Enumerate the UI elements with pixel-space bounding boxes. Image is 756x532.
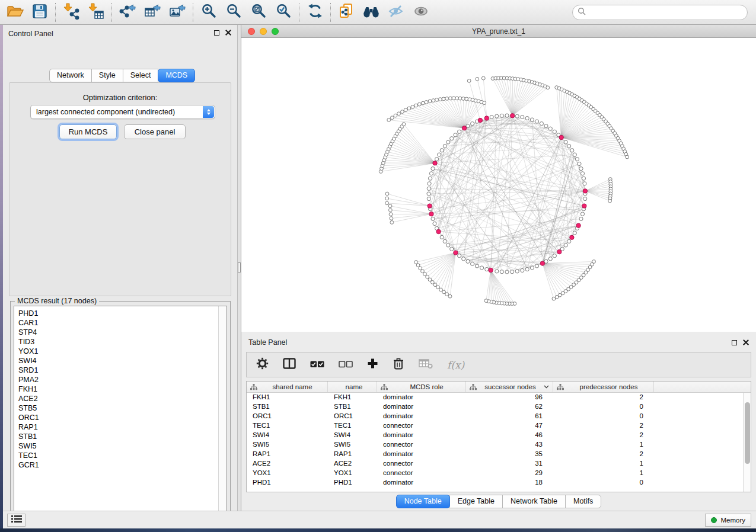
zoom-selected-button[interactable] xyxy=(271,2,296,23)
mcds-result-item[interactable]: STB5 xyxy=(18,403,227,413)
save-session-button[interactable] xyxy=(27,2,52,23)
mcds-result-item[interactable]: ACE2 xyxy=(18,394,227,403)
table-row[interactable]: SWI5SWI5connector431 xyxy=(247,440,751,450)
tab-network[interactable]: Network xyxy=(49,69,92,82)
mcds-result-item[interactable]: STB1 xyxy=(18,432,227,441)
clone-network-button[interactable] xyxy=(334,2,359,23)
network-canvas[interactable] xyxy=(241,38,756,331)
search-input[interactable] xyxy=(586,7,742,18)
mcds-result-item[interactable]: SWI5 xyxy=(18,441,227,451)
tab-motifs[interactable]: Motifs xyxy=(565,495,601,508)
zoom-fit-button[interactable] xyxy=(246,2,271,23)
float-panel-icon[interactable] xyxy=(214,30,219,36)
close-panel-icon[interactable] xyxy=(225,30,231,36)
column-header-shared-name[interactable]: shared name xyxy=(247,382,328,392)
tab-edge-table[interactable]: Edge Table xyxy=(449,495,503,508)
panel-menu-button[interactable] xyxy=(7,514,25,527)
cell-MCDS-role: dominator xyxy=(377,431,466,440)
table-row[interactable]: YOX1YOX1connector291 xyxy=(247,469,751,478)
close-panel-button[interactable]: Close panel xyxy=(124,124,186,139)
split-columns-button[interactable] xyxy=(283,358,296,371)
cell-name: SWI4 xyxy=(328,431,377,440)
network-graph[interactable] xyxy=(241,38,756,331)
tab-select[interactable]: Select xyxy=(123,69,159,82)
deselect-all-rows-button[interactable] xyxy=(339,360,353,370)
zoom-fit-icon xyxy=(251,3,267,21)
table-row[interactable]: FKH1FKH1dominator962 xyxy=(247,393,751,402)
mcds-result-item[interactable]: TID3 xyxy=(18,337,227,347)
mcds-result-item[interactable]: PMA2 xyxy=(18,375,227,384)
column-header-successor-nodes[interactable]: successor nodes xyxy=(466,382,553,392)
criterion-value: largest connected component (undirected) xyxy=(36,108,175,116)
open-session-button[interactable] xyxy=(2,2,27,23)
mcds-result-item[interactable]: FKH1 xyxy=(18,384,227,394)
cell-predecessor-nodes: 1 xyxy=(553,469,654,478)
cell-MCDS-role: dominator xyxy=(377,402,466,412)
mcds-result-item[interactable]: RAP1 xyxy=(18,422,227,432)
add-column-button[interactable] xyxy=(367,358,378,371)
table-settings-button[interactable] xyxy=(256,357,269,372)
table-row[interactable]: STB1STB1dominator620 xyxy=(247,402,751,412)
column-header-MCDS-role[interactable]: MCDS role xyxy=(377,382,466,392)
tab-network-table[interactable]: Network Table xyxy=(502,495,566,508)
cell-shared-name: STB1 xyxy=(247,402,328,412)
refresh-view-button[interactable] xyxy=(302,2,327,23)
table-row[interactable]: ACE2ACE2connector311 xyxy=(247,459,751,469)
table-scrollbar[interactable] xyxy=(743,393,751,492)
mcds-result-item[interactable]: TEC1 xyxy=(18,451,227,460)
mcds-result-item[interactable]: YOX1 xyxy=(18,347,227,356)
memory-label: Memory xyxy=(720,517,745,524)
table-scrollbar-thumb[interactable] xyxy=(745,402,750,464)
vertical-splitter[interactable] xyxy=(237,25,241,511)
eye-slash-icon xyxy=(388,4,404,21)
network-window-titlebar[interactable]: YPA_prune.txt_1 xyxy=(241,25,756,38)
show-all-button[interactable] xyxy=(409,2,433,23)
mcds-list-scrollbar[interactable] xyxy=(218,306,227,517)
import-table-button[interactable] xyxy=(84,2,109,23)
control-panel-tabs: NetworkStyleSelectMCDS xyxy=(49,69,195,82)
table-row[interactable]: PHD1PHD1dominator180 xyxy=(247,478,751,488)
close-table-panel-icon[interactable] xyxy=(743,339,749,345)
search-network-button[interactable] xyxy=(359,2,384,23)
criterion-dropdown[interactable]: largest connected component (undirected) xyxy=(30,105,215,119)
export-network-button[interactable] xyxy=(115,2,140,23)
table-row[interactable]: ORC1ORC1dominator610 xyxy=(247,412,751,421)
tab-mcds[interactable]: MCDS xyxy=(158,69,195,82)
tab-style[interactable]: Style xyxy=(91,69,123,82)
mcds-result-item[interactable]: GCR1 xyxy=(18,460,227,470)
memory-button[interactable]: Memory xyxy=(705,514,751,527)
zoom-in-button[interactable] xyxy=(196,2,221,23)
mcds-result-item[interactable]: CAR1 xyxy=(18,318,227,328)
splitter-grip[interactable] xyxy=(238,262,241,273)
memory-status-icon xyxy=(711,517,717,523)
mcds-result-list[interactable]: PHD1CAR1STP4TID3YOX1SWI4SRD1PMA2FKH1ACE2… xyxy=(14,306,227,518)
clone-network-icon xyxy=(338,3,355,22)
cell-MCDS-role: connector xyxy=(377,459,466,469)
zoom-out-button[interactable] xyxy=(221,2,246,23)
column-header-predecessor-nodes[interactable]: predecessor nodes xyxy=(553,382,654,392)
mcds-result-item[interactable]: SRD1 xyxy=(18,366,227,375)
table-row[interactable]: TEC1TEC1connector472 xyxy=(247,421,751,431)
status-bar: Memory xyxy=(3,511,756,528)
float-table-panel-icon[interactable] xyxy=(732,340,737,345)
import-network-button[interactable] xyxy=(59,2,84,23)
cell-predecessor-nodes: 2 xyxy=(553,393,654,402)
delete-columns-button[interactable] xyxy=(393,357,404,372)
tab-node-table[interactable]: Node Table xyxy=(396,495,450,508)
hide-selected-button[interactable] xyxy=(384,2,409,23)
search-box[interactable] xyxy=(572,5,748,20)
table-row[interactable]: RAP1RAP1dominator352 xyxy=(247,450,751,459)
mcds-result-item[interactable]: STP4 xyxy=(18,328,227,337)
mcds-result-item[interactable]: ORC1 xyxy=(18,413,227,422)
cell-shared-name: FKH1 xyxy=(247,393,328,402)
mcds-result-item[interactable]: SWI4 xyxy=(18,356,227,366)
export-table-button[interactable] xyxy=(140,2,165,23)
run-mcds-button[interactable]: Run MCDS xyxy=(59,124,117,139)
export-image-button[interactable] xyxy=(165,2,190,23)
cell-MCDS-role: dominator xyxy=(377,412,466,421)
select-all-rows-button[interactable] xyxy=(310,360,324,370)
column-header-name[interactable]: name xyxy=(328,382,377,392)
table-row[interactable]: SWI4SWI4dominator462 xyxy=(247,431,751,440)
mcds-result-item[interactable]: PHD1 xyxy=(18,309,227,318)
cell-successor-nodes: 31 xyxy=(466,459,553,469)
